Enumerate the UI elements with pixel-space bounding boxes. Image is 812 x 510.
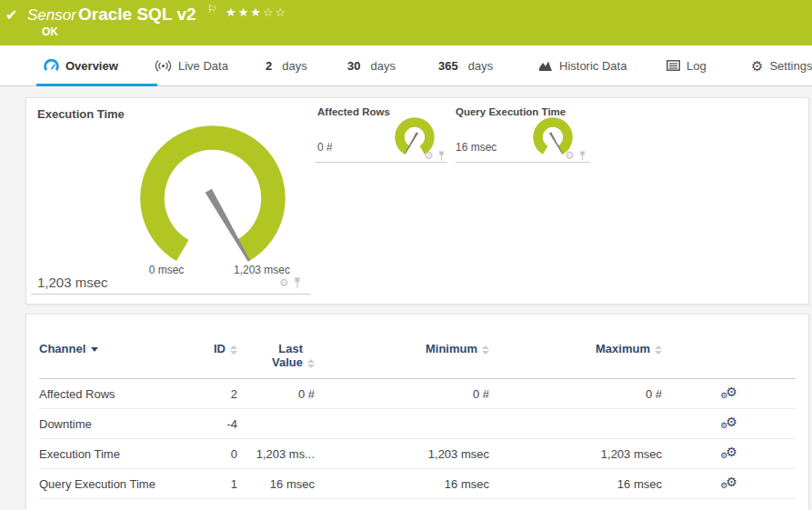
affected-rows-divider	[316, 162, 446, 163]
table-row-execution-time: Execution Time 0 1,203 ms... 1,203 msec …	[39, 439, 796, 469]
header-channel-label: Channel	[39, 342, 85, 355]
sensor-title: Oracle SQL v2	[78, 5, 196, 25]
cell-channel: Downtime	[39, 417, 185, 431]
table-row-downtime: Downtime -4 ⚙⚙	[39, 409, 796, 439]
tab-365-days-number: 365	[438, 59, 458, 73]
big-gear-icon: ⚙	[726, 475, 737, 488]
primary-gauge-title: Execution Time	[37, 107, 125, 121]
stars-filled[interactable]: ★★★	[226, 5, 263, 19]
tab-settings-label: Settings	[769, 59, 812, 73]
tab-30-days[interactable]: 30 days	[347, 45, 396, 85]
cell-maximum: 16 msec	[489, 477, 662, 491]
tab-historic-data[interactable]: Historic Data	[538, 45, 627, 85]
cell-minimum: 16 msec	[315, 477, 489, 491]
cell-id: -4	[185, 417, 237, 431]
tab-365-days-unit: days	[468, 59, 493, 73]
primary-gauge-scale-max: 1,203 msec	[221, 264, 303, 276]
execution-time-gauge	[126, 112, 299, 285]
sort-icon	[307, 359, 315, 368]
tab-overview[interactable]: Overview	[36, 45, 157, 85]
stars-empty[interactable]: ☆☆	[263, 5, 287, 19]
primary-gauge-divider	[31, 294, 311, 295]
channel-table: Channel ID Last Value Minimum Maximum Af…	[39, 342, 796, 499]
tab-30-days-unit: days	[370, 59, 395, 73]
header-minimum-label: Minimum	[426, 342, 477, 355]
header-last-value-label: Last Value	[259, 342, 303, 369]
tab-30-days-number: 30	[347, 59, 360, 73]
header-minimum[interactable]: Minimum	[315, 342, 489, 355]
sort-icon	[230, 345, 237, 355]
cell-maximum: 0 #	[489, 387, 662, 401]
header-maximum-label: Maximum	[596, 342, 650, 355]
channel-settings-gears-icon[interactable]: ⚙⚙	[720, 387, 737, 400]
big-gear-icon: ⚙	[726, 385, 737, 398]
sort-caret-down-icon	[91, 347, 98, 352]
sort-icon	[482, 345, 489, 355]
flag-icon[interactable]: ⚐	[207, 3, 217, 15]
tab-overview-label: Overview	[65, 59, 118, 73]
primary-gauge-actions: ⚙	[279, 277, 302, 288]
cell-channel: Query Execution Time	[39, 477, 185, 491]
channel-settings-gears-icon[interactable]: ⚙⚙	[720, 477, 737, 490]
table-row-affected-rows: Affected Rows 2 0 # 0 # 0 # ⚙⚙	[39, 379, 796, 409]
table-row-query-execution-time: Query Execution Time 1 16 msec 16 msec 1…	[39, 469, 796, 499]
tab-historic-data-label: Historic Data	[559, 59, 627, 73]
sort-icon	[655, 345, 662, 355]
broadcast-icon	[155, 60, 172, 72]
big-gear-icon: ⚙	[726, 415, 737, 428]
pin-icon[interactable]	[437, 151, 446, 161]
cell-channel: Affected Rows	[39, 387, 185, 401]
status-ok-check-icon: ✔	[5, 6, 17, 24]
gauge-icon	[44, 59, 59, 72]
header-maximum[interactable]: Maximum	[489, 342, 662, 355]
cell-minimum: 1,203 msec	[315, 447, 489, 461]
sensor-header: ✔ Sensor Oracle SQL v2 ⚐ ★★★☆☆ OK	[0, 0, 812, 45]
priority-stars[interactable]: ★★★☆☆	[226, 5, 287, 19]
sensor-kind-label: Sensor	[27, 6, 76, 25]
channel-settings-gears-icon[interactable]: ⚙⚙	[720, 417, 737, 430]
cell-maximum: 1,203 msec	[489, 447, 662, 461]
area-chart-icon	[538, 60, 553, 72]
header-last-value[interactable]: Last Value	[237, 342, 315, 369]
cell-last-value: 1,203 ms...	[237, 447, 315, 461]
channel-settings-gears-icon[interactable]: ⚙⚙	[720, 447, 737, 460]
sensor-status-badge: OK	[42, 25, 58, 38]
tab-2-days-unit: days	[282, 59, 306, 73]
gauge-needle	[206, 189, 253, 264]
tab-2-days[interactable]: 2 days	[266, 45, 307, 85]
primary-gauge-value: 1,203 msec	[37, 275, 108, 290]
tab-live-data[interactable]: Live Data	[155, 45, 228, 85]
query-exec-divider	[456, 162, 590, 163]
header-id[interactable]: ID	[185, 342, 237, 355]
tab-bar: Overview Live Data 2 days 30 days 365 da…	[0, 45, 812, 86]
channel-settings-gear-icon[interactable]: ⚙	[424, 150, 434, 161]
cell-id: 1	[185, 477, 237, 491]
tab-2-days-number: 2	[266, 59, 272, 73]
affected-rows-value: 0 #	[317, 141, 333, 154]
cell-id: 0	[185, 447, 237, 461]
query-exec-value: 16 msec	[456, 141, 496, 154]
tab-settings[interactable]: ⚙ Settings	[751, 45, 812, 85]
tab-365-days[interactable]: 365 days	[438, 45, 493, 85]
channel-settings-gear-icon[interactable]: ⚙	[279, 277, 289, 288]
affected-rows-actions: ⚙	[424, 150, 446, 161]
cell-last-value: 0 #	[237, 387, 315, 401]
tab-live-data-label: Live Data	[178, 59, 228, 73]
channel-table-panel: Channel ID Last Value Minimum Maximum Af…	[25, 314, 809, 510]
cell-id: 2	[185, 387, 237, 401]
tab-log-label: Log	[687, 59, 707, 73]
cell-last-value: 16 msec	[237, 477, 315, 491]
primary-gauge-scale-min: 0 msec	[139, 264, 194, 276]
header-channel[interactable]: Channel	[39, 342, 185, 355]
cell-channel: Execution Time	[39, 447, 185, 461]
gauges-panel: Execution Time 0 msec 1,203 msec 1,203 m…	[25, 97, 809, 305]
pin-icon[interactable]	[293, 277, 302, 288]
channel-settings-gear-icon[interactable]: ⚙	[565, 150, 575, 161]
cell-minimum: 0 #	[315, 387, 489, 401]
log-list-icon	[667, 60, 680, 71]
pin-icon[interactable]	[578, 151, 586, 161]
tab-log[interactable]: Log	[667, 45, 707, 85]
big-gear-icon: ⚙	[726, 445, 737, 458]
header-id-label: ID	[214, 342, 226, 355]
query-exec-actions: ⚙	[565, 150, 586, 161]
